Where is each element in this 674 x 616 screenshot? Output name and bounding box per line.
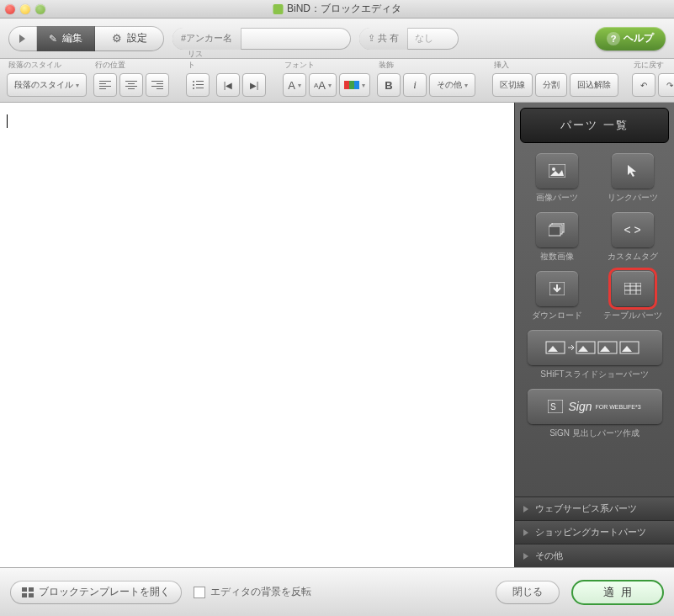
cursor-icon [625,164,640,178]
settings-mode-button[interactable]: 設定 [95,26,164,51]
insert-group: 挿入 区切線 分割 回込解除 [492,60,618,97]
undo-group: 元に戻す ↶ ↷ [632,60,674,97]
download-button[interactable] [536,271,578,306]
svg-rect-18 [29,593,34,597]
align-center-button[interactable] [119,73,143,97]
footer-bar: ブロックテンプレートを開く エディタの背景を反転 閉じる 適用 [0,567,674,616]
outdent-button[interactable]: |◀ [216,73,240,97]
pencil-icon [49,33,57,45]
table-part-button[interactable] [612,271,654,306]
anchor-label: #アンカー名 [172,28,241,50]
edit-mode-button[interactable]: 編集 [37,26,95,51]
table-icon [624,283,641,295]
window-title: BiND：ブロックエディタ [273,2,401,16]
window-title-text: BiND：ブロックエディタ [287,2,401,16]
bullet-list-button[interactable] [186,73,210,97]
main-area: パーツ 一覧 画像パーツ リンクパーツ [0,103,674,567]
list-group-label: リスト [186,49,210,71]
italic-button[interactable]: i [403,73,427,97]
help-button[interactable]: ? ヘルプ [595,27,666,50]
font-size-dropdown[interactable]: AA▾ [309,73,337,97]
align-right-button[interactable] [146,73,169,97]
help-label: ヘルプ [624,31,654,45]
link-part-button[interactable] [612,153,654,189]
table-part-item: テーブルパーツ [599,271,666,321]
separator-button[interactable]: 区切線 [492,73,533,97]
multi-image-button[interactable] [536,212,578,247]
checkbox-icon [194,587,205,598]
custom-tag-label: カスタムタグ [608,251,658,263]
download-label: ダウンロード [532,310,582,321]
align-left-button[interactable] [93,73,117,97]
font-family-dropdown[interactable]: A▾ [283,73,306,97]
slideshow-item: SHiFTスライドショーパーツ [523,330,666,380]
image-part-button[interactable] [536,153,578,189]
parts-accordion: ウェブサービス系パーツ ショッピングカートパーツ その他 [515,497,674,567]
parts-list: 画像パーツ リンクパーツ 複数画像 [515,148,674,444]
open-template-label: ブロックテンプレートを開く [39,585,170,599]
other-decoration-dropdown[interactable]: その他▾ [429,73,475,97]
play-icon [19,35,25,43]
align-group: 行の位置 [93,60,169,97]
accordion-cart[interactable]: ショッピングカートパーツ [515,520,674,544]
custom-tag-button[interactable]: < > [612,212,654,247]
apply-button[interactable]: 適用 [571,580,664,605]
accordion-other[interactable]: その他 [515,544,674,567]
svg-rect-17 [22,593,27,597]
play-button[interactable] [8,26,37,51]
chevron-right-icon [523,553,528,560]
invert-bg-label: エディタの背景を反転 [210,585,311,599]
link-part-item: リンクパーツ [599,153,666,204]
mode-switch: 編集 設定 [8,26,164,51]
share-field: 共 有 [359,28,459,50]
gear-icon [112,32,122,45]
share-value[interactable] [408,28,459,50]
apply-label: 適用 [603,585,639,600]
split-button[interactable]: 分割 [535,73,567,97]
image-part-item: 画像パーツ [523,153,591,204]
font-color-dropdown[interactable]: ▾ [339,73,370,97]
invert-bg-checkbox[interactable]: エディタの背景を反転 [194,585,311,599]
redo-button[interactable]: ↷ [658,73,674,97]
text-cursor [7,114,8,128]
share-label: 共 有 [359,28,408,50]
svg-point-2 [193,88,194,89]
format-toolbar: 段落のスタイル 段落のスタイル▾ 行の位置 リスト |◀ ▶| フォント A▾ … [0,59,674,103]
slideshow-icon [544,340,645,355]
close-window-button[interactable] [5,4,15,14]
chevron-right-icon [523,506,528,512]
svg-rect-7 [549,226,560,236]
main-toolbar: 編集 設定 #アンカー名 共 有 ? ヘルプ [0,19,674,59]
undo-button[interactable]: ↶ [632,73,655,97]
zoom-window-button[interactable] [35,4,45,14]
sign-icon: S [548,400,563,413]
editor-canvas[interactable] [0,103,514,567]
titlebar: BiND：ブロックエディタ [0,0,674,19]
sign-label: SiGN 見出しパーツ作成 [549,427,640,439]
close-button[interactable]: 閉じる [496,581,560,604]
edit-label: 編集 [62,31,82,45]
paragraph-group-label: 段落のスタイル [7,60,87,71]
open-template-button[interactable]: ブロックテンプレートを開く [10,581,182,604]
svg-point-4 [552,167,555,171]
bold-button[interactable]: B [377,73,401,97]
stack-icon [549,223,565,236]
chevron-right-icon [523,529,528,536]
paragraph-style-group: 段落のスタイル 段落のスタイル▾ [7,60,87,97]
paragraph-style-dropdown[interactable]: 段落のスタイル▾ [7,73,87,97]
image-part-label: 画像パーツ [536,192,578,204]
font-group: フォント A▾ AA▾ ▾ [283,60,370,97]
anchor-input[interactable] [241,28,351,50]
grid-icon [22,587,34,597]
slideshow-button[interactable] [528,330,662,365]
sign-button[interactable]: S Sign FOR WEBLIFE*3 [528,389,662,424]
accordion-web-service[interactable]: ウェブサービス系パーツ [515,497,674,520]
minimize-window-button[interactable] [20,4,30,14]
svg-point-1 [193,84,194,86]
image-icon [549,164,565,178]
unwrap-button[interactable]: 回込解除 [570,73,618,97]
indent-button[interactable]: ▶| [242,73,266,97]
link-part-label: リンクパーツ [608,192,658,204]
slideshow-label: SHiFTスライドショーパーツ [540,369,648,380]
help-icon: ? [607,32,620,45]
